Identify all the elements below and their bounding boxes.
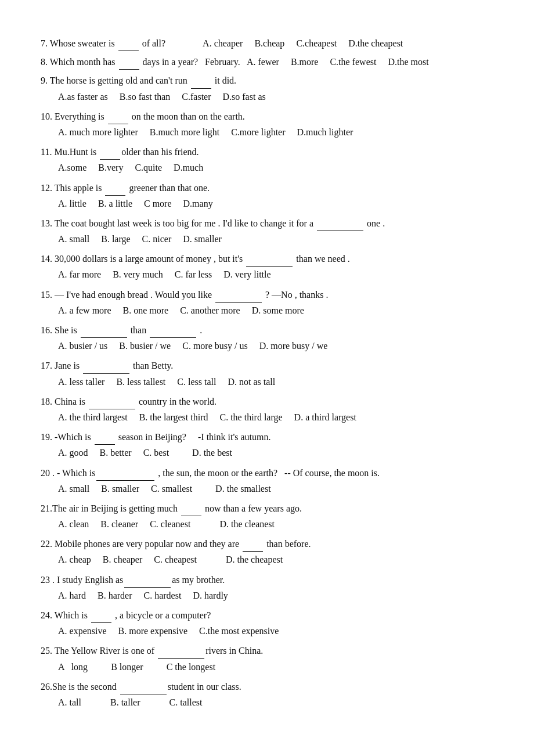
q10-line: 10. Everything is on the moon than on th… xyxy=(41,108,493,124)
q18-options: A. the third largestB. the largest third… xyxy=(41,409,493,425)
question-24: 24. Which is , a bicycle or a computer? … xyxy=(41,607,493,639)
question-18: 18. China is country in the world. A. th… xyxy=(41,393,493,425)
q19-options: A. goodB. betterC. bestD. the best xyxy=(41,445,493,460)
q9-line: 9. The horse is getting old and can't ru… xyxy=(41,72,493,88)
q25-options: A longB longerC the longest xyxy=(41,659,493,675)
q7-line: 7. Whose sweater is of all? A. cheaperB.… xyxy=(41,35,493,51)
question-23: 23 . I study English as as my brother. A… xyxy=(41,571,493,603)
question-17: 17. Jane is than Betty. A. less tallerB.… xyxy=(41,357,493,389)
q12-blank xyxy=(105,179,125,196)
q12-options: A. littleB. a littleC moreD.many xyxy=(41,196,493,211)
question-15: 15. — I've had enough bread . Would you … xyxy=(41,286,493,318)
q21-line: 21.The air in Beijing is getting much no… xyxy=(41,500,493,516)
q26-options: A. tallB. tallerC. tallest xyxy=(41,694,493,710)
q11-line: 11. Mu.Hunt is older than his friend. xyxy=(41,143,493,160)
q24-blank xyxy=(91,607,111,623)
q22-options: A. cheapB. cheaperC. cheapestD. the chea… xyxy=(41,552,493,567)
q24-options: A. expensiveB. more expensiveC.the most … xyxy=(41,623,493,639)
q17-options: A. less tallerB. less tallestC. less tal… xyxy=(41,374,493,390)
q15-options: A. a few moreB. one moreC. another moreD… xyxy=(41,303,493,318)
q10-blank xyxy=(108,108,128,124)
question-13: 13. The coat bought last week is too big… xyxy=(41,215,493,247)
q14-options: A. far moreB. very muchC. far lessD. ver… xyxy=(41,267,493,282)
q16-options: A. busier / usB. busier / weC. more busy… xyxy=(41,338,493,354)
q16-blank2 xyxy=(150,322,196,338)
q17-blank xyxy=(83,357,129,373)
q16-line: 16. She is than . xyxy=(41,322,493,338)
q16-blank1 xyxy=(81,322,127,338)
q20-line: 20 . - Which is , the sun, the moon or t… xyxy=(41,465,493,481)
q8-line: 8. Which month has days in a year? Febru… xyxy=(41,53,493,70)
q24-line: 24. Which is , a bicycle or a computer? xyxy=(41,607,493,623)
question-25: 25. The Yellow River is one of rivers in… xyxy=(41,642,493,674)
exam-content: 7. Whose sweater is of all? A. cheaperB.… xyxy=(41,35,493,710)
q23-options: A. hardB. harderC. hardestD. hardly xyxy=(41,588,493,603)
q9-options: A.as faster asB.so fast thanC.fasterD.so… xyxy=(41,89,493,105)
question-16: 16. She is than . A. busier / usB. busie… xyxy=(41,322,493,354)
q26-line: 26.She is the second student in our clas… xyxy=(41,678,493,694)
q18-line: 18. China is country in the world. xyxy=(41,393,493,409)
question-8: 8. Which month has days in a year? Febru… xyxy=(41,53,493,70)
question-10: 10. Everything is on the moon than on th… xyxy=(41,108,493,140)
q22-blank xyxy=(243,535,263,552)
question-11: 11. Mu.Hunt is older than his friend. A.… xyxy=(41,143,493,175)
q11-options: A.someB.veryC.quiteD.much xyxy=(41,160,493,175)
q13-options: A. smallB. largeC. nicerD. smaller xyxy=(41,231,493,247)
q13-blank xyxy=(317,215,363,231)
q25-blank xyxy=(158,642,204,658)
q19-blank xyxy=(95,429,115,445)
q7-text: 7. Whose sweater is of all? xyxy=(41,38,165,48)
question-19: 19. -Which is season in Beijing? -I thin… xyxy=(41,429,493,460)
q17-line: 17. Jane is than Betty. xyxy=(41,357,493,373)
q10-options: A. much more lighterB.much more lightC.m… xyxy=(41,124,493,140)
q19-line: 19. -Which is season in Beijing? -I thin… xyxy=(41,429,493,445)
question-7: 7. Whose sweater is of all? A. cheaperB.… xyxy=(41,35,493,51)
q20-options: A. smallB. smallerC. smallestD. the smal… xyxy=(41,481,493,496)
q9-blank xyxy=(191,72,211,88)
question-21: 21.The air in Beijing is getting much no… xyxy=(41,500,493,532)
question-22: 22. Mobile phones are very popular now a… xyxy=(41,535,493,567)
q8-blank xyxy=(119,53,139,70)
q26-blank xyxy=(120,678,167,694)
q20-blank xyxy=(96,465,154,481)
q21-blank xyxy=(181,500,201,516)
q7-blank xyxy=(118,35,139,51)
question-20: 20 . - Which is , the sun, the moon or t… xyxy=(41,465,493,496)
question-12: 12. This apple is greener than that one.… xyxy=(41,179,493,211)
q11-blank xyxy=(100,143,120,160)
q14-blank xyxy=(246,250,293,267)
q25-line: 25. The Yellow River is one of rivers in… xyxy=(41,642,493,658)
q14-line: 14. 30,000 dollars is a large amount of … xyxy=(41,250,493,267)
q12-line: 12. This apple is greener than that one. xyxy=(41,179,493,196)
q22-line: 22. Mobile phones are very popular now a… xyxy=(41,535,493,552)
q15-blank xyxy=(215,286,262,303)
q13-line: 13. The coat bought last week is too big… xyxy=(41,215,493,231)
question-26: 26.She is the second student in our clas… xyxy=(41,678,493,710)
question-14: 14. 30,000 dollars is a large amount of … xyxy=(41,250,493,282)
q21-options: A. cleanB. cleanerC. cleanestD. the clea… xyxy=(41,516,493,532)
q15-line: 15. — I've had enough bread . Would you … xyxy=(41,286,493,303)
q23-blank xyxy=(124,571,171,588)
q18-blank xyxy=(89,393,135,409)
question-9: 9. The horse is getting old and can't ru… xyxy=(41,72,493,104)
q23-line: 23 . I study English as as my brother. xyxy=(41,571,493,588)
